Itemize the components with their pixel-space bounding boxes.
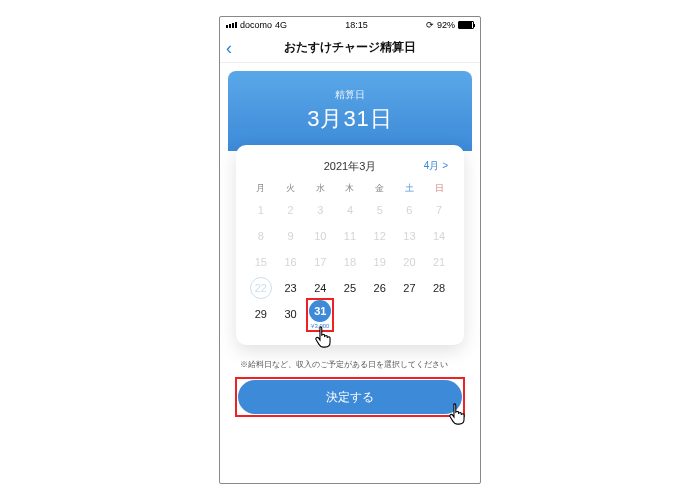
calendar-day: 4 bbox=[335, 197, 365, 223]
confirm-wrap: 決定する bbox=[238, 380, 462, 414]
status-bar: docomo 4G 18:15 ⟳ 92% bbox=[220, 17, 480, 33]
calendar-day: 15 bbox=[246, 249, 276, 275]
settlement-hero: 精算日 3月31日 bbox=[228, 71, 472, 151]
network-label: 4G bbox=[275, 20, 287, 30]
dow-label: 土 bbox=[395, 182, 425, 195]
calendar-day: 20 bbox=[395, 249, 425, 275]
calendar-day: 14 bbox=[424, 223, 454, 249]
calendar-month: 2021年3月 bbox=[324, 160, 377, 172]
calendar-day: 5 bbox=[365, 197, 395, 223]
clock-label: 18:15 bbox=[345, 20, 368, 30]
helper-note: ※給料日など、収入のご予定がある日を選択してください bbox=[240, 359, 460, 370]
calendar-day[interactable]: 30 bbox=[276, 301, 306, 327]
calendar-day[interactable]: 31¥3,000 bbox=[305, 301, 335, 327]
calendar-day: 8 bbox=[246, 223, 276, 249]
calendar-day[interactable]: 22 bbox=[246, 275, 276, 301]
calendar-day: 3 bbox=[305, 197, 335, 223]
calendar-day: 17 bbox=[305, 249, 335, 275]
calendar-day[interactable]: 25 bbox=[335, 275, 365, 301]
pointer-cursor-icon bbox=[314, 325, 336, 349]
calendar-day: 7 bbox=[424, 197, 454, 223]
calendar-day: 21 bbox=[424, 249, 454, 275]
next-month-button[interactable]: 4月 > bbox=[424, 159, 448, 173]
calendar-day: 9 bbox=[276, 223, 306, 249]
phone-frame: docomo 4G 18:15 ⟳ 92% ‹ おたすけチャージ精算日 精算日 … bbox=[219, 16, 481, 484]
calendar-day: 13 bbox=[395, 223, 425, 249]
calendar-day: 11 bbox=[335, 223, 365, 249]
battery-icon bbox=[458, 21, 474, 29]
calendar-selected-amount: ¥3,000 bbox=[311, 323, 329, 329]
calendar-selected[interactable]: 31 bbox=[309, 300, 331, 322]
signal-icon bbox=[226, 22, 237, 28]
calendar-day: 12 bbox=[365, 223, 395, 249]
calendar-dow: 月火水木金土日 bbox=[246, 182, 454, 195]
calendar-day: 16 bbox=[276, 249, 306, 275]
dow-label: 月 bbox=[246, 182, 276, 195]
calendar-day[interactable]: 27 bbox=[395, 275, 425, 301]
settlement-label: 精算日 bbox=[335, 88, 365, 102]
dow-label: 日 bbox=[424, 182, 454, 195]
calendar-day[interactable]: 29 bbox=[246, 301, 276, 327]
calendar-day: 2 bbox=[276, 197, 306, 223]
calendar-today[interactable]: 22 bbox=[250, 277, 272, 299]
calendar-day: 19 bbox=[365, 249, 395, 275]
carrier-label: docomo bbox=[240, 20, 272, 30]
calendar-day: 6 bbox=[395, 197, 425, 223]
calendar-day[interactable]: 26 bbox=[365, 275, 395, 301]
rotation-lock-icon: ⟳ bbox=[426, 20, 434, 30]
confirm-button[interactable]: 決定する bbox=[238, 380, 462, 414]
calendar-card: 2021年3月 4月 > 月火水木金土日 1234567891011121314… bbox=[236, 145, 464, 345]
settlement-date: 3月31日 bbox=[307, 104, 393, 134]
dow-label: 木 bbox=[335, 182, 365, 195]
calendar-day[interactable]: 24 bbox=[305, 275, 335, 301]
calendar-day: 1 bbox=[246, 197, 276, 223]
calendar-grid: 1234567891011121314151617181920212223242… bbox=[246, 197, 454, 327]
calendar-day: 18 bbox=[335, 249, 365, 275]
dow-label: 火 bbox=[276, 182, 306, 195]
dow-label: 水 bbox=[305, 182, 335, 195]
calendar-day[interactable]: 28 bbox=[424, 275, 454, 301]
dow-label: 金 bbox=[365, 182, 395, 195]
calendar-day[interactable]: 23 bbox=[276, 275, 306, 301]
page-title: おたすけチャージ精算日 bbox=[284, 39, 416, 56]
nav-bar: ‹ おたすけチャージ精算日 bbox=[220, 33, 480, 63]
back-button[interactable]: ‹ bbox=[226, 39, 232, 57]
battery-pct: 92% bbox=[437, 20, 455, 30]
calendar-day: 10 bbox=[305, 223, 335, 249]
